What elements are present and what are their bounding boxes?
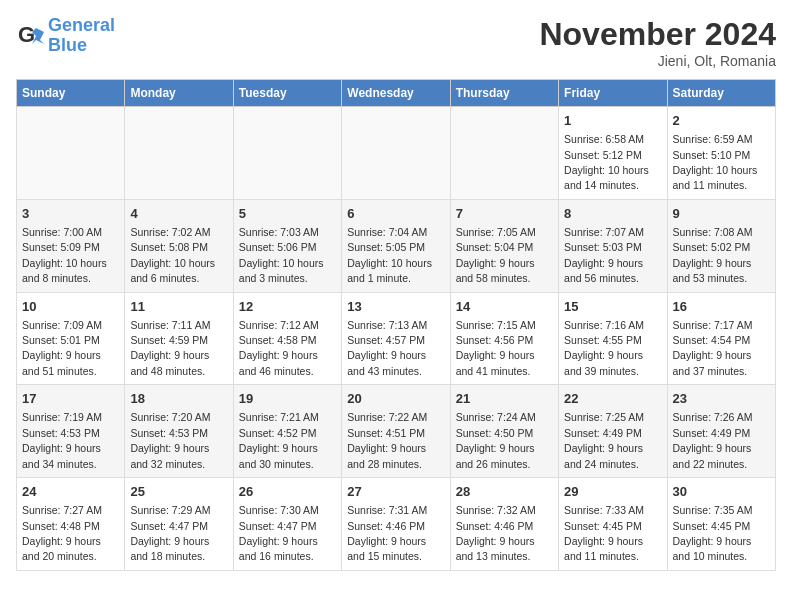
day-info: Sunrise: 7:08 AM Sunset: 5:02 PM Dayligh… bbox=[673, 226, 753, 284]
logo: G General Blue bbox=[16, 16, 115, 56]
calendar-table: SundayMondayTuesdayWednesdayThursdayFrid… bbox=[16, 79, 776, 571]
day-info: Sunrise: 7:03 AM Sunset: 5:06 PM Dayligh… bbox=[239, 226, 324, 284]
day-info: Sunrise: 6:58 AM Sunset: 5:12 PM Dayligh… bbox=[564, 133, 649, 191]
weekday-header-cell: Saturday bbox=[667, 80, 775, 107]
day-info: Sunrise: 7:35 AM Sunset: 4:45 PM Dayligh… bbox=[673, 504, 753, 562]
calendar-day-cell: 11Sunrise: 7:11 AM Sunset: 4:59 PM Dayli… bbox=[125, 292, 233, 385]
day-info: Sunrise: 7:04 AM Sunset: 5:05 PM Dayligh… bbox=[347, 226, 432, 284]
day-number: 11 bbox=[130, 298, 227, 316]
logo-line1: General bbox=[48, 15, 115, 35]
day-info: Sunrise: 7:33 AM Sunset: 4:45 PM Dayligh… bbox=[564, 504, 644, 562]
day-number: 8 bbox=[564, 205, 661, 223]
day-number: 16 bbox=[673, 298, 770, 316]
day-number: 18 bbox=[130, 390, 227, 408]
calendar-week-row: 10Sunrise: 7:09 AM Sunset: 5:01 PM Dayli… bbox=[17, 292, 776, 385]
day-info: Sunrise: 7:20 AM Sunset: 4:53 PM Dayligh… bbox=[130, 411, 210, 469]
calendar-day-cell: 24Sunrise: 7:27 AM Sunset: 4:48 PM Dayli… bbox=[17, 478, 125, 571]
location: Jieni, Olt, Romania bbox=[539, 53, 776, 69]
day-info: Sunrise: 7:32 AM Sunset: 4:46 PM Dayligh… bbox=[456, 504, 536, 562]
calendar-day-cell: 25Sunrise: 7:29 AM Sunset: 4:47 PM Dayli… bbox=[125, 478, 233, 571]
day-number: 10 bbox=[22, 298, 119, 316]
day-number: 3 bbox=[22, 205, 119, 223]
logo-line2: Blue bbox=[48, 36, 115, 56]
calendar-day-cell: 18Sunrise: 7:20 AM Sunset: 4:53 PM Dayli… bbox=[125, 385, 233, 478]
day-info: Sunrise: 7:21 AM Sunset: 4:52 PM Dayligh… bbox=[239, 411, 319, 469]
calendar-day-cell: 21Sunrise: 7:24 AM Sunset: 4:50 PM Dayli… bbox=[450, 385, 558, 478]
day-number: 29 bbox=[564, 483, 661, 501]
day-number: 17 bbox=[22, 390, 119, 408]
day-info: Sunrise: 7:13 AM Sunset: 4:57 PM Dayligh… bbox=[347, 319, 427, 377]
calendar-day-cell bbox=[342, 107, 450, 200]
day-info: Sunrise: 7:12 AM Sunset: 4:58 PM Dayligh… bbox=[239, 319, 319, 377]
day-number: 5 bbox=[239, 205, 336, 223]
calendar-week-row: 24Sunrise: 7:27 AM Sunset: 4:48 PM Dayli… bbox=[17, 478, 776, 571]
calendar-day-cell: 8Sunrise: 7:07 AM Sunset: 5:03 PM Daylig… bbox=[559, 199, 667, 292]
day-info: Sunrise: 7:17 AM Sunset: 4:54 PM Dayligh… bbox=[673, 319, 753, 377]
day-info: Sunrise: 7:02 AM Sunset: 5:08 PM Dayligh… bbox=[130, 226, 215, 284]
day-number: 23 bbox=[673, 390, 770, 408]
calendar-day-cell: 15Sunrise: 7:16 AM Sunset: 4:55 PM Dayli… bbox=[559, 292, 667, 385]
day-number: 2 bbox=[673, 112, 770, 130]
calendar-day-cell bbox=[17, 107, 125, 200]
calendar-day-cell: 6Sunrise: 7:04 AM Sunset: 5:05 PM Daylig… bbox=[342, 199, 450, 292]
calendar-day-cell: 26Sunrise: 7:30 AM Sunset: 4:47 PM Dayli… bbox=[233, 478, 341, 571]
day-info: Sunrise: 7:00 AM Sunset: 5:09 PM Dayligh… bbox=[22, 226, 107, 284]
day-info: Sunrise: 7:09 AM Sunset: 5:01 PM Dayligh… bbox=[22, 319, 102, 377]
day-info: Sunrise: 7:29 AM Sunset: 4:47 PM Dayligh… bbox=[130, 504, 210, 562]
calendar-day-cell: 16Sunrise: 7:17 AM Sunset: 4:54 PM Dayli… bbox=[667, 292, 775, 385]
calendar-day-cell bbox=[125, 107, 233, 200]
calendar-day-cell: 29Sunrise: 7:33 AM Sunset: 4:45 PM Dayli… bbox=[559, 478, 667, 571]
day-info: Sunrise: 7:31 AM Sunset: 4:46 PM Dayligh… bbox=[347, 504, 427, 562]
calendar-day-cell: 28Sunrise: 7:32 AM Sunset: 4:46 PM Dayli… bbox=[450, 478, 558, 571]
calendar-day-cell: 17Sunrise: 7:19 AM Sunset: 4:53 PM Dayli… bbox=[17, 385, 125, 478]
day-number: 22 bbox=[564, 390, 661, 408]
title-block: November 2024 Jieni, Olt, Romania bbox=[539, 16, 776, 69]
day-number: 26 bbox=[239, 483, 336, 501]
day-number: 24 bbox=[22, 483, 119, 501]
calendar-day-cell: 2Sunrise: 6:59 AM Sunset: 5:10 PM Daylig… bbox=[667, 107, 775, 200]
day-number: 4 bbox=[130, 205, 227, 223]
calendar-day-cell: 4Sunrise: 7:02 AM Sunset: 5:08 PM Daylig… bbox=[125, 199, 233, 292]
day-number: 14 bbox=[456, 298, 553, 316]
day-info: Sunrise: 7:24 AM Sunset: 4:50 PM Dayligh… bbox=[456, 411, 536, 469]
calendar-day-cell: 1Sunrise: 6:58 AM Sunset: 5:12 PM Daylig… bbox=[559, 107, 667, 200]
day-info: Sunrise: 6:59 AM Sunset: 5:10 PM Dayligh… bbox=[673, 133, 758, 191]
weekday-header-row: SundayMondayTuesdayWednesdayThursdayFrid… bbox=[17, 80, 776, 107]
day-info: Sunrise: 7:22 AM Sunset: 4:51 PM Dayligh… bbox=[347, 411, 427, 469]
day-number: 13 bbox=[347, 298, 444, 316]
calendar-day-cell: 9Sunrise: 7:08 AM Sunset: 5:02 PM Daylig… bbox=[667, 199, 775, 292]
weekday-header-cell: Thursday bbox=[450, 80, 558, 107]
calendar-day-cell: 27Sunrise: 7:31 AM Sunset: 4:46 PM Dayli… bbox=[342, 478, 450, 571]
calendar-body: 1Sunrise: 6:58 AM Sunset: 5:12 PM Daylig… bbox=[17, 107, 776, 571]
day-info: Sunrise: 7:07 AM Sunset: 5:03 PM Dayligh… bbox=[564, 226, 644, 284]
calendar-day-cell bbox=[233, 107, 341, 200]
logo-text: General Blue bbox=[48, 16, 115, 56]
weekday-header-cell: Sunday bbox=[17, 80, 125, 107]
day-number: 6 bbox=[347, 205, 444, 223]
calendar-day-cell: 7Sunrise: 7:05 AM Sunset: 5:04 PM Daylig… bbox=[450, 199, 558, 292]
page-header: G General Blue November 2024 Jieni, Olt,… bbox=[16, 16, 776, 69]
day-number: 27 bbox=[347, 483, 444, 501]
weekday-header-cell: Friday bbox=[559, 80, 667, 107]
day-number: 25 bbox=[130, 483, 227, 501]
calendar-week-row: 3Sunrise: 7:00 AM Sunset: 5:09 PM Daylig… bbox=[17, 199, 776, 292]
calendar-day-cell bbox=[450, 107, 558, 200]
day-number: 21 bbox=[456, 390, 553, 408]
day-number: 20 bbox=[347, 390, 444, 408]
day-number: 28 bbox=[456, 483, 553, 501]
calendar-day-cell: 5Sunrise: 7:03 AM Sunset: 5:06 PM Daylig… bbox=[233, 199, 341, 292]
calendar-week-row: 1Sunrise: 6:58 AM Sunset: 5:12 PM Daylig… bbox=[17, 107, 776, 200]
calendar-day-cell: 19Sunrise: 7:21 AM Sunset: 4:52 PM Dayli… bbox=[233, 385, 341, 478]
day-info: Sunrise: 7:27 AM Sunset: 4:48 PM Dayligh… bbox=[22, 504, 102, 562]
day-info: Sunrise: 7:25 AM Sunset: 4:49 PM Dayligh… bbox=[564, 411, 644, 469]
calendar-day-cell: 10Sunrise: 7:09 AM Sunset: 5:01 PM Dayli… bbox=[17, 292, 125, 385]
weekday-header-cell: Monday bbox=[125, 80, 233, 107]
logo-icon: G bbox=[16, 22, 44, 50]
day-number: 15 bbox=[564, 298, 661, 316]
day-number: 9 bbox=[673, 205, 770, 223]
calendar-day-cell: 14Sunrise: 7:15 AM Sunset: 4:56 PM Dayli… bbox=[450, 292, 558, 385]
day-number: 7 bbox=[456, 205, 553, 223]
day-info: Sunrise: 7:05 AM Sunset: 5:04 PM Dayligh… bbox=[456, 226, 536, 284]
day-number: 12 bbox=[239, 298, 336, 316]
day-info: Sunrise: 7:19 AM Sunset: 4:53 PM Dayligh… bbox=[22, 411, 102, 469]
